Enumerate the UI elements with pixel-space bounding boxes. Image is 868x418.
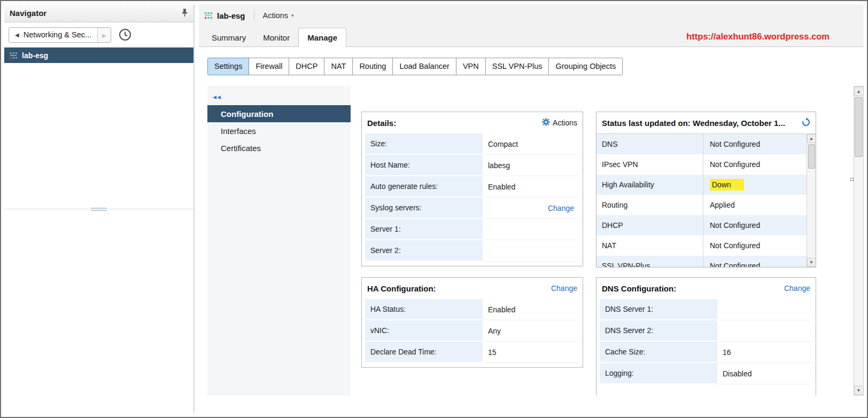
status-label: NAT <box>596 235 703 256</box>
status-scrollbar[interactable]: ▲ ▼ <box>807 134 816 267</box>
scroll-up-icon[interactable]: ▲ <box>807 134 816 143</box>
watermark-link[interactable]: https://alexhunt86.wordpress.com <box>686 31 830 42</box>
ha-table: HA Status: Enabled vNIC: Any Declare Dea… <box>362 299 583 367</box>
status-value: Down <box>703 175 807 195</box>
gear-icon <box>542 118 550 128</box>
subtab-grouping-objects[interactable]: Grouping Objects <box>548 58 623 75</box>
status-header: Status last updated on: Wednesday, Octob… <box>596 112 816 133</box>
dns-label: Cache Size: <box>600 342 717 363</box>
table-row: DHCP Not Configured <box>596 215 807 235</box>
forward-button[interactable]: ▶ <box>97 28 111 42</box>
tab-manage[interactable]: Manage <box>298 28 346 47</box>
table-row: Server 1: <box>365 219 579 240</box>
change-syslog-link[interactable]: Change <box>548 204 574 212</box>
dns-value: Disabled <box>717 363 812 384</box>
navigator-header: Navigator <box>4 4 193 22</box>
navigator-panel: Navigator ◀ Networking & Sec... ▶ <box>4 4 195 413</box>
divider <box>254 10 254 21</box>
sidebar-item-configuration[interactable]: Configuration <box>207 105 351 122</box>
tab-summary[interactable]: Summary <box>203 28 254 46</box>
status-value: Not Configured <box>703 215 807 235</box>
tree-item-lab-esg[interactable]: lab-esg <box>4 48 193 63</box>
ha-label: Declare Dead Time: <box>365 342 483 363</box>
tab-monitor[interactable]: Monitor <box>254 28 298 46</box>
dns-configuration-panel: DNS Configuration: Change DNS Server 1: … <box>596 277 816 396</box>
sidebar-item-certificates[interactable]: Certificates <box>207 139 351 156</box>
column-resize-gripper[interactable] <box>850 178 854 181</box>
status-value: Applied <box>703 195 807 215</box>
subtab-dhcp[interactable]: DHCP <box>289 58 324 75</box>
status-table: DNS Not Configured IPsec VPN Not Configu… <box>596 133 816 267</box>
manage-content: ◀◀ Configuration Interfaces Certificates… <box>199 86 864 396</box>
panels-viewport: Details: <box>351 86 854 396</box>
scroll-thumb[interactable] <box>855 97 863 157</box>
subtab-settings[interactable]: Settings <box>207 58 249 75</box>
page-title: lab-esg <box>217 11 245 20</box>
status-value: Not Configured <box>703 235 807 256</box>
table-row: Host Name: labesg <box>365 155 579 176</box>
navigator-title: Navigator <box>10 9 46 18</box>
details-table: Size: Compact Host Name: labesg Auto gen… <box>362 133 583 266</box>
settings-sidebar: ◀◀ Configuration Interfaces Certificates <box>207 86 351 396</box>
details-header: Details: <box>362 112 583 133</box>
scroll-up-icon[interactable]: ▲ <box>854 86 864 96</box>
ha-value: Any <box>483 320 579 342</box>
dns-table: DNS Server 1: DNS Server 2: Cache Size: … <box>596 299 816 389</box>
navigator-splitter[interactable] <box>4 209 193 209</box>
table-row: HA Status: Enabled <box>365 299 579 320</box>
change-dns-link[interactable]: Change <box>784 284 810 293</box>
detail-value: labesg <box>483 155 579 176</box>
breadcrumb-group: ◀ Networking & Sec... ▶ <box>9 27 111 43</box>
splitter-handle-icon <box>91 207 107 211</box>
details-actions-button[interactable]: Actions <box>553 119 577 127</box>
detail-value: Change <box>483 198 579 219</box>
table-row: vNIC: Any <box>365 320 579 342</box>
table-row: Cache Size: 16 <box>600 342 812 363</box>
status-label: High Availability <box>596 175 703 195</box>
main-scrollbar[interactable]: ▲ ▼ <box>854 86 864 396</box>
ha-value: 15 <box>483 342 579 363</box>
actions-menu-button[interactable]: Actions ▾ <box>263 11 294 20</box>
table-row: High Availability Down <box>596 175 807 195</box>
collapse-sidebar-icon[interactable]: ◀◀ <box>207 89 227 105</box>
history-icon[interactable] <box>118 27 133 42</box>
change-ha-link[interactable]: Change <box>551 284 577 293</box>
navigator-tree: lab-esg <box>4 47 193 413</box>
detail-value: Enabled <box>483 176 579 198</box>
sidebar-item-interfaces[interactable]: Interfaces <box>207 122 351 139</box>
table-row: Routing Applied <box>596 195 807 215</box>
pin-icon[interactable] <box>181 9 188 18</box>
application-window: Navigator ◀ Networking & Sec... ▶ <box>0 0 868 418</box>
subtab-routing[interactable]: Routing <box>352 58 393 75</box>
subtab-firewall[interactable]: Firewall <box>249 58 289 75</box>
refresh-icon[interactable] <box>802 118 810 128</box>
details-panel: Details: <box>361 112 583 266</box>
tab-bar: Summary Monitor Manage https://alexhunt8… <box>199 27 864 47</box>
back-button[interactable]: ◀ Networking & Sec... <box>9 28 97 42</box>
actions-menu-label: Actions <box>263 11 289 20</box>
main-panel: lab-esg Actions ▾ Summary Monitor Manage… <box>199 4 864 413</box>
chevron-down-icon: ▾ <box>291 13 294 18</box>
edge-gateway-icon <box>204 11 213 20</box>
scroll-down-icon[interactable]: ▼ <box>854 385 864 395</box>
ha-value: Enabled <box>483 299 579 320</box>
detail-value <box>483 240 579 262</box>
ha-label: vNIC: <box>365 320 483 342</box>
table-row: DNS Server 1: <box>600 299 812 320</box>
subtab-ssl-vpn-plus[interactable]: SSL VPN-Plus <box>485 58 549 75</box>
scroll-thumb[interactable] <box>808 144 815 169</box>
scroll-down-icon[interactable]: ▼ <box>807 258 816 267</box>
subtab-load-balancer[interactable]: Load Balancer <box>392 58 456 75</box>
table-row: Size: Compact <box>365 133 579 155</box>
subtab-vpn[interactable]: VPN <box>456 58 486 75</box>
status-title: Status last updated on: Wednesday, Octob… <box>602 119 797 128</box>
ha-configuration-panel: HA Configuration: Change HA Status: Enab… <box>361 277 583 368</box>
dns-label: DNS Server 1: <box>600 299 717 320</box>
status-value: Not Configured <box>703 134 807 154</box>
status-value: Not Configured <box>703 256 807 267</box>
forward-arrow-icon: ▶ <box>102 33 106 38</box>
edge-gateway-icon <box>9 51 18 60</box>
highlighted-status: Down <box>710 179 744 191</box>
subtab-nat[interactable]: NAT <box>324 58 353 75</box>
status-label: Routing <box>596 195 703 215</box>
